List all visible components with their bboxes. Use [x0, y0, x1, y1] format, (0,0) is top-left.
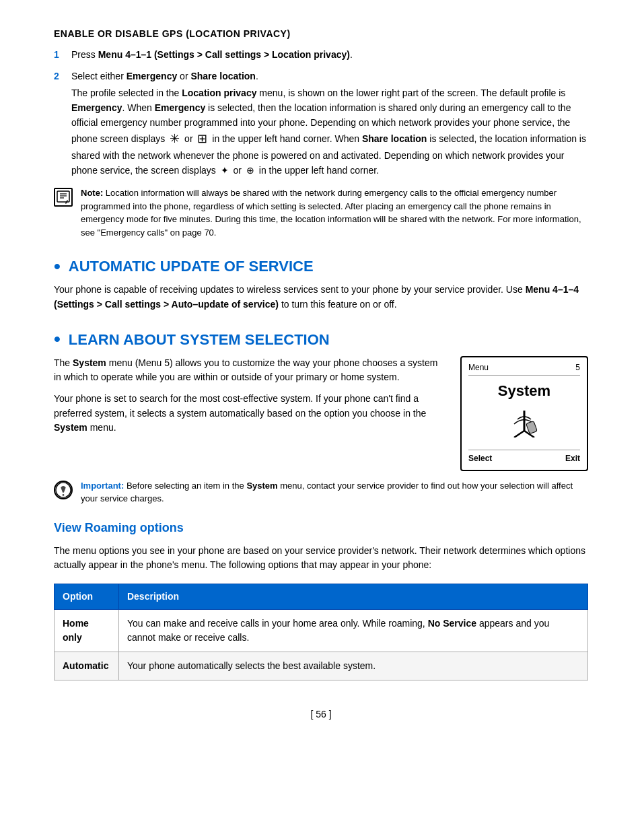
step-2-intro: Select either	[71, 71, 127, 81]
step-2: 2 Select either Emergency or Share locat…	[54, 69, 588, 178]
table-cell-description: You can make and receive calls in your h…	[118, 609, 587, 652]
phone-screen-antenna-icon	[468, 407, 580, 446]
system-selection-section: • LEARN ABOUT SYSTEM SELECTION The Syste…	[54, 328, 588, 505]
roaming-title: View Roaming options	[54, 519, 588, 537]
automatic-update-title: AUTOMATIC UPDATE OF SERVICE	[69, 255, 314, 277]
step-2-content: Select either Emergency or Share locatio…	[71, 69, 588, 178]
table-header-row: Option Description	[55, 584, 588, 609]
phone-screen: Menu 5 System	[460, 356, 588, 471]
phone-screen-header: Menu 5	[468, 361, 580, 376]
bullet-dot-2: •	[54, 330, 61, 349]
important-icon	[54, 481, 73, 499]
signal-icon-1: ✳︎	[170, 130, 180, 149]
step-1-end: .	[350, 49, 353, 60]
important-symbol	[55, 481, 71, 499]
system-body-2: Your phone is set to search for the most…	[54, 392, 447, 435]
step-1: 1 Press Menu 4–1–1 (Settings > Call sett…	[54, 48, 588, 63]
step-2-bold1: Emergency	[127, 71, 177, 81]
phone-screen-title: System	[468, 380, 580, 402]
phone-screen-select: Select	[468, 452, 492, 464]
page-number: [ 56 ]	[54, 707, 588, 722]
automatic-update-section: • AUTOMATIC UPDATE OF SERVICE Your phone…	[54, 255, 588, 312]
col-option-header: Option	[55, 584, 119, 609]
note-label: Note:	[81, 188, 106, 198]
gps-icon-1: ✦	[221, 164, 229, 178]
roaming-section: View Roaming options The menu options yo…	[54, 519, 588, 680]
step-1-text: Press	[71, 49, 98, 60]
table-row: AutomaticYour phone automatically select…	[55, 652, 588, 680]
gps-icon-2: ⊕	[246, 164, 254, 178]
system-text: The System menu (Menu 5) allows you to c…	[54, 356, 447, 471]
step-1-number: 1	[54, 48, 65, 63]
important-text: Important: Before selecting an item in t…	[81, 479, 588, 505]
step-2-or: or	[177, 71, 190, 81]
system-body-1: The System menu (Menu 5) allows you to c…	[54, 356, 447, 385]
roaming-body: The menu options you see in your phone a…	[54, 544, 588, 573]
page-content: ENABLE OR DISABLE GPS (LOCATION PRIVACY)…	[54, 27, 588, 722]
step-2-first-line: Select either Emergency or Share locatio…	[71, 69, 588, 84]
gps-heading: ENABLE OR DISABLE GPS (LOCATION PRIVACY)	[54, 27, 588, 41]
table-cell-option: Home only	[55, 609, 119, 652]
important-box: Important: Before selecting an item in t…	[54, 479, 588, 505]
table-row: Home onlyYou can make and receive calls …	[55, 609, 588, 652]
note-box: Note: Location information will always b…	[54, 186, 588, 239]
note-icon	[54, 188, 73, 207]
col-description-header: Description	[118, 584, 587, 609]
note-text: Note: Location information will always b…	[81, 186, 588, 239]
svg-point-10	[63, 494, 65, 496]
signal-icon-2: ⊞	[197, 130, 207, 149]
step-2-end: .	[256, 71, 258, 81]
step-1-bold: Menu 4–1–1 (Settings > Call settings > L…	[98, 49, 350, 60]
automatic-update-body: Your phone is capable of receiving updat…	[54, 283, 588, 312]
step-2-detail: The profile selected in the Location pri…	[71, 86, 588, 178]
table-cell-option: Automatic	[55, 652, 119, 680]
system-selection-title: LEARN ABOUT SYSTEM SELECTION	[69, 328, 330, 351]
system-section-content: The System menu (Menu 5) allows you to c…	[54, 356, 588, 471]
phone-screen-menu-label: Menu	[468, 361, 489, 374]
step-2-bold2: Share location	[190, 71, 255, 81]
options-table: Option Description Home onlyYou can make…	[54, 584, 588, 680]
phone-screen-exit: Exit	[565, 452, 580, 464]
svg-line-6	[514, 431, 524, 438]
table-cell-description: Your phone automatically selects the bes…	[118, 652, 587, 680]
svg-rect-8	[526, 421, 538, 433]
phone-screen-footer: Select Exit	[468, 450, 580, 464]
step-2-number: 2	[54, 69, 65, 178]
gps-section: ENABLE OR DISABLE GPS (LOCATION PRIVACY)…	[54, 27, 588, 239]
numbered-list: 1 Press Menu 4–1–1 (Settings > Call sett…	[54, 48, 588, 178]
automatic-update-heading: • AUTOMATIC UPDATE OF SERVICE	[54, 255, 588, 277]
note-symbol	[57, 190, 70, 204]
phone-screen-menu-number: 5	[575, 361, 580, 374]
antenna-svg	[504, 407, 544, 438]
table-body: Home onlyYou can make and receive calls …	[55, 609, 588, 680]
important-body: Before selecting an item in the System m…	[81, 481, 573, 504]
important-label: Important:	[81, 481, 127, 491]
bullet-dot-1: •	[54, 257, 61, 276]
system-selection-heading: • LEARN ABOUT SYSTEM SELECTION	[54, 328, 588, 351]
note-body: Location information will always be shar…	[81, 188, 581, 238]
step-1-content: Press Menu 4–1–1 (Settings > Call settin…	[71, 48, 353, 63]
